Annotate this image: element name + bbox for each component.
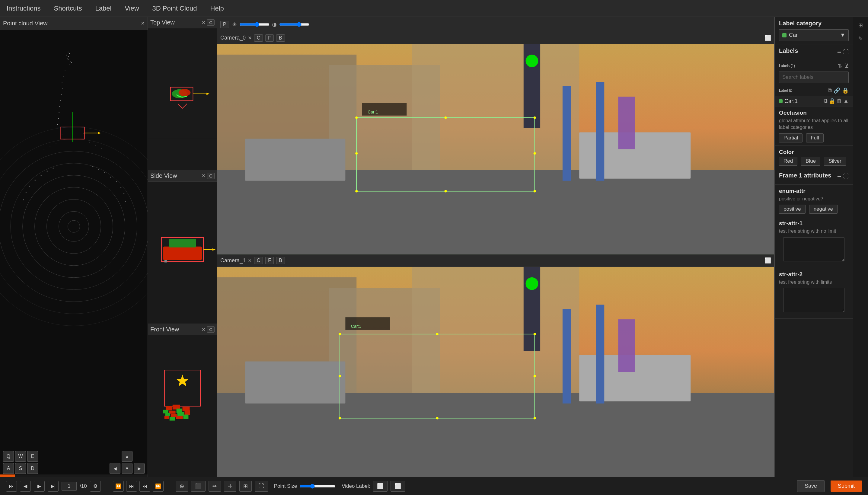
camera-0-b-btn[interactable]: B — [276, 34, 285, 42]
nav-down[interactable]: ▼ — [122, 463, 133, 474]
camera-0-c-btn[interactable]: C — [254, 34, 263, 42]
key-e[interactable]: E — [27, 451, 38, 462]
key-row-2: A S D — [3, 463, 38, 474]
collapse-all-icon[interactable]: ━ — [837, 49, 841, 55]
side-view: Side View × C — [148, 170, 217, 324]
top-view-c-btn[interactable]: C — [207, 19, 214, 25]
svg-rect-47 — [50, 147, 50, 147]
fullscreen-tool[interactable]: ⛶ — [255, 481, 268, 492]
sidebar-edit-icon[interactable]: ✎ — [855, 33, 866, 44]
sort-icon[interactable]: ⇅ — [838, 63, 843, 69]
camera-1-f-btn[interactable]: F — [265, 257, 274, 264]
label-collapse-icon[interactable]: ▲ — [843, 98, 849, 104]
svg-point-0 — [68, 220, 80, 233]
prev-frame-btn[interactable]: ◀ — [20, 481, 31, 492]
menu-3d-point-cloud[interactable]: 3D Point Cloud — [149, 3, 201, 14]
menu-view[interactable]: View — [121, 3, 142, 14]
camera-1-close[interactable]: × — [248, 257, 252, 264]
str-attr-2-input[interactable] — [783, 288, 845, 312]
camera-0-f-btn[interactable]: F — [265, 34, 274, 42]
fast-forward-btn[interactable]: ⏩ — [153, 481, 163, 492]
next-frame-btn[interactable]: ▶| — [48, 481, 58, 492]
lock-icon[interactable]: 🔒 — [842, 87, 849, 94]
menu-label[interactable]: Label — [91, 3, 115, 14]
step-back-btn[interactable]: ⏮ — [126, 481, 137, 492]
settings-btn[interactable]: ⚙ — [90, 481, 101, 492]
enum-positive[interactable]: positive — [779, 205, 805, 214]
select-tool[interactable]: ⊕ — [176, 481, 188, 492]
top-view-close[interactable]: × — [202, 19, 205, 26]
frame-attrs-title: Frame 1 attributes — [779, 172, 831, 179]
move-tool[interactable]: ✛ — [224, 481, 236, 492]
svg-rect-12 — [69, 56, 69, 57]
front-view-c-btn[interactable]: C — [207, 326, 214, 332]
step-forward-btn[interactable]: ⏭ — [139, 481, 150, 492]
key-w[interactable]: W — [15, 451, 26, 462]
nav-up[interactable]: ▲ — [122, 451, 133, 462]
expand-all-icon[interactable]: ⛶ — [843, 49, 849, 55]
label-category-dropdown[interactable]: Car ▼ — [779, 29, 849, 41]
camera-1-image[interactable]: Car:1 — [217, 267, 774, 477]
label-copy-icon[interactable]: ⧉ — [823, 98, 828, 104]
submit-button[interactable]: Submit — [831, 480, 862, 492]
key-q[interactable]: Q — [3, 451, 14, 462]
point-cloud-canvas[interactable]: Q W E A S D ▲ ◀ ▼ ▶ — [0, 30, 147, 477]
search-labels-input[interactable] — [779, 71, 849, 83]
label-row-car1[interactable]: Car:1 ⧉ 🔒 🗑 ▲ — [775, 96, 853, 106]
frame-attrs-collapse[interactable]: ━ — [837, 173, 841, 180]
str-attr-1-input[interactable] — [783, 237, 845, 261]
label-delete-icon[interactable]: 🗑 — [837, 98, 842, 104]
front-view-canvas[interactable] — [148, 335, 217, 477]
side-view-close[interactable]: × — [202, 172, 205, 179]
play-btn[interactable]: ▶ — [34, 481, 45, 492]
nav-left[interactable]: ◀ — [109, 463, 120, 474]
box-tool[interactable]: ⬛ — [191, 481, 206, 492]
contrast-slider[interactable] — [279, 22, 309, 27]
side-view-canvas[interactable] — [148, 182, 217, 323]
copy-icon[interactable]: ⧉ — [828, 87, 832, 94]
key-s[interactable]: S — [15, 463, 26, 474]
menu-instructions[interactable]: Instructions — [3, 3, 45, 14]
top-view-canvas[interactable] — [148, 28, 217, 170]
frame-attrs-expand[interactable]: ⛶ — [843, 173, 849, 180]
svg-rect-16 — [71, 62, 72, 63]
menu-help[interactable]: Help — [207, 3, 228, 14]
camera-1-b-btn[interactable]: B — [276, 257, 285, 264]
fast-back-btn[interactable]: ⏪ — [113, 481, 124, 492]
camera-1-c-btn[interactable]: C — [254, 257, 263, 264]
draw-tool[interactable]: ✏ — [209, 481, 221, 492]
brightness-slider[interactable] — [239, 22, 270, 27]
side-view-c-btn[interactable]: C — [207, 173, 214, 179]
key-d[interactable]: D — [27, 463, 38, 474]
video-label-btn-1[interactable]: ⬜ — [373, 481, 387, 492]
link-icon[interactable]: 🔗 — [834, 87, 840, 94]
nav-right[interactable]: ▶ — [134, 463, 144, 474]
occlusion-full[interactable]: Full — [806, 133, 823, 142]
menu-shortcuts[interactable]: Shortcuts — [50, 3, 86, 14]
enum-negative[interactable]: negative — [809, 205, 837, 214]
sidebar-layers-icon[interactable]: ⊞ — [855, 20, 866, 31]
frame-number-input[interactable]: 1 — [62, 482, 77, 491]
camera-0-close[interactable]: × — [248, 34, 252, 41]
skip-start-btn[interactable]: ⏮ — [6, 481, 17, 492]
camera-0-expand[interactable]: ⬜ — [764, 35, 771, 41]
occlusion-partial[interactable]: Partial — [779, 133, 802, 142]
p-button[interactable]: P — [220, 21, 229, 28]
svg-rect-24 — [59, 106, 60, 106]
filter-icon[interactable]: ⊻ — [845, 63, 849, 69]
point-size-slider[interactable] — [299, 484, 335, 489]
save-button[interactable]: Save — [797, 480, 824, 492]
label-lock-icon[interactable]: 🔒 — [829, 98, 835, 104]
color-blue[interactable]: Blue — [801, 157, 820, 166]
video-label-btn-2[interactable]: ⬜ — [390, 481, 405, 492]
color-silver[interactable]: Silver — [824, 157, 846, 166]
svg-point-5 — [11, 163, 137, 290]
key-a[interactable]: A — [3, 463, 14, 474]
point-cloud-close[interactable]: × — [141, 20, 144, 27]
resize-tool[interactable]: ⊞ — [239, 481, 252, 492]
front-view-close[interactable]: × — [202, 326, 205, 333]
camera-1-expand[interactable]: ⬜ — [764, 257, 771, 264]
camera-0-image[interactable]: Car:1 — [217, 44, 774, 254]
progress-bar-container[interactable] — [0, 475, 147, 477]
color-red[interactable]: Red — [779, 157, 797, 166]
